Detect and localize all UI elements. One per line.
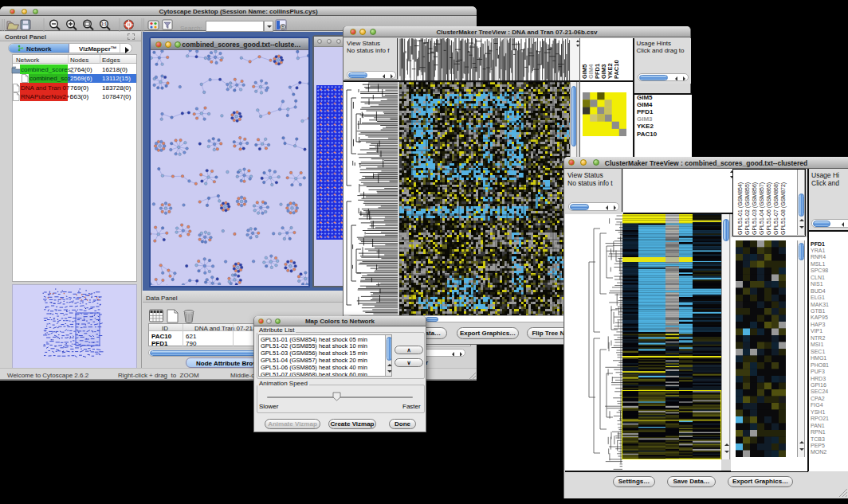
svg-text:GPL51-02 (GSM855): GPL51-02 (GSM855) [744, 182, 751, 235]
svg-text:PAC10: PAC10 [613, 60, 620, 79]
svg-text:GPL51-06 (GSM865): GPL51-06 (GSM865) [766, 182, 772, 235]
svg-text:GPL51-04 (GSM857): GPL51-04 (GSM857) [759, 182, 765, 235]
svg-text:1:1: 1:1 [101, 21, 107, 26]
svg-text:GPL51-07 (GSM868): GPL51-07 (GSM868) [773, 182, 779, 235]
svg-text:GPL51-01 (GSM854): GPL51-01 (GSM854) [737, 182, 744, 235]
svg-text:GPL51-03 (GSM856): GPL51-03 (GSM856) [752, 182, 758, 235]
svg-text:GPL51-08 (GSM872): GPL51-08 (GSM872) [780, 182, 787, 235]
